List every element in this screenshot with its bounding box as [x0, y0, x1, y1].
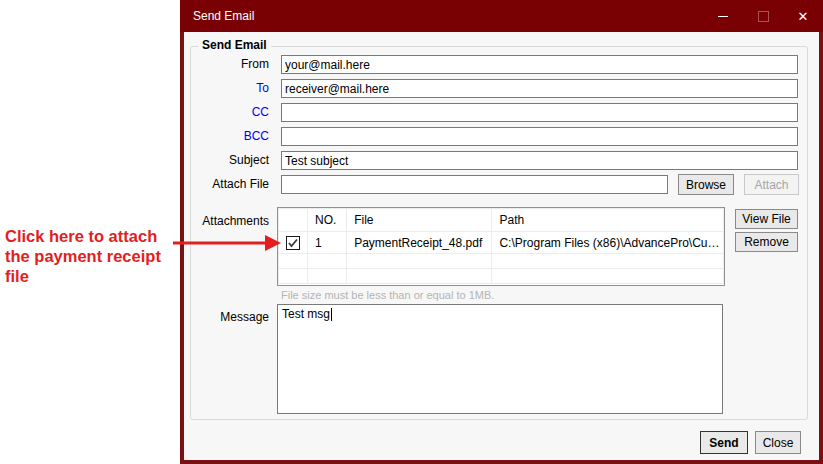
checkbox-column-header [279, 209, 308, 232]
attach-file-label: Attach File [184, 177, 269, 192]
attachments-table: NO. File Path 1 PaymentReceipt_48.pdf C:… [277, 207, 725, 286]
groupbox-label: Send Email [198, 38, 271, 52]
close-dialog-button[interactable]: Close [755, 431, 801, 454]
browse-button[interactable]: Browse [678, 174, 734, 195]
bcc-label: BCC [184, 129, 269, 144]
minimize-button[interactable] [703, 0, 743, 32]
cc-input[interactable] [281, 103, 798, 122]
send-email-dialog: Send Email ✕ Send Email From To CC BCC S… [180, 0, 823, 464]
from-label: From [184, 57, 269, 72]
file-column-header: File [347, 209, 492, 232]
attachment-checkbox-cell [279, 232, 308, 254]
cc-label: CC [184, 105, 269, 120]
attachments-label: Attachments [184, 214, 269, 229]
minimize-icon [718, 16, 728, 17]
from-input[interactable] [281, 55, 798, 74]
subject-label: Subject [184, 153, 269, 168]
attachments-header-row: NO. File Path [279, 209, 724, 232]
attach-file-input[interactable] [281, 175, 668, 194]
attachment-no-cell: 1 [308, 232, 347, 254]
remove-button[interactable]: Remove [735, 232, 798, 252]
text-caret [331, 308, 332, 321]
view-file-button[interactable]: View File [735, 209, 798, 229]
path-column-header: Path [492, 209, 724, 232]
attachment-path-cell: C:\Program Files (x86)\AdvancePro\Custom… [492, 232, 724, 254]
message-label: Message [184, 310, 269, 325]
annotation-line-2: the payment receipt [5, 246, 185, 266]
attachment-row[interactable]: 1 PaymentReceipt_48.pdf C:\Program Files… [279, 232, 724, 254]
maximize-icon [758, 11, 769, 22]
empty-row [279, 269, 724, 284]
file-size-note: File size must be less than or equal to … [281, 289, 494, 301]
annotation-text: Click here to attach the payment receipt… [5, 226, 185, 286]
dialog-body: Send Email From To CC BCC Subject Attach… [184, 32, 819, 460]
close-icon: ✕ [798, 10, 809, 23]
attachment-checkbox[interactable] [286, 236, 300, 250]
attach-button: Attach [744, 174, 799, 195]
message-input[interactable]: Test msg [277, 304, 723, 414]
window-title: Send Email [180, 9, 703, 23]
to-input[interactable] [281, 79, 798, 98]
bcc-input[interactable] [281, 127, 798, 146]
annotation-line-1: Click here to attach [5, 226, 185, 246]
subject-input[interactable] [281, 151, 798, 170]
to-label: To [184, 81, 269, 96]
maximize-button [743, 0, 783, 32]
attachment-file-cell: PaymentReceipt_48.pdf [347, 232, 492, 254]
titlebar: Send Email ✕ [180, 0, 823, 32]
empty-row [279, 254, 724, 269]
message-text: Test msg [282, 307, 330, 321]
annotation-line-3: file [5, 266, 185, 286]
send-button[interactable]: Send [700, 431, 748, 454]
no-column-header: NO. [308, 209, 347, 232]
close-button[interactable]: ✕ [783, 0, 823, 32]
